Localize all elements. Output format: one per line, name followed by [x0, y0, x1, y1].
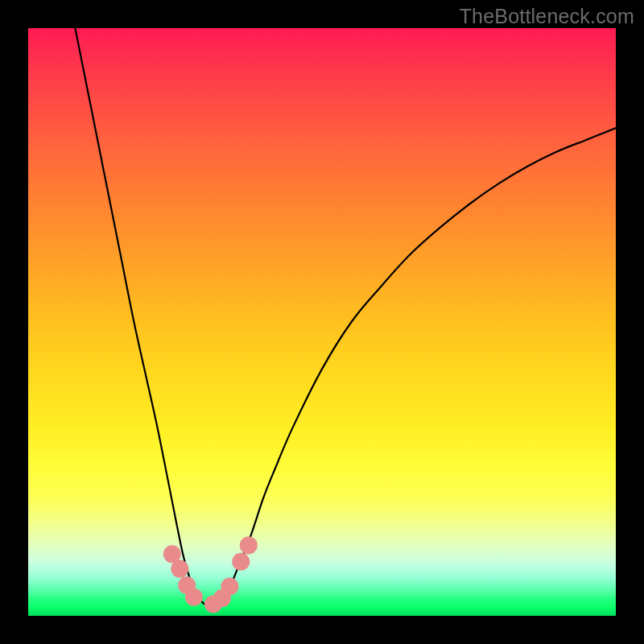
chart-frame: TheBottleneck.com — [0, 0, 644, 644]
curve-group — [75, 28, 616, 607]
data-marker — [240, 536, 258, 554]
data-marker — [171, 560, 188, 578]
data-marker — [232, 553, 250, 571]
data-marker — [221, 578, 238, 596]
plot-area — [28, 28, 616, 616]
curve-svg — [28, 28, 616, 616]
data-marker — [185, 588, 203, 606]
watermark-text: TheBottleneck.com — [460, 5, 634, 28]
bottleneck-curve-path — [75, 28, 616, 607]
markers-group — [163, 536, 258, 613]
